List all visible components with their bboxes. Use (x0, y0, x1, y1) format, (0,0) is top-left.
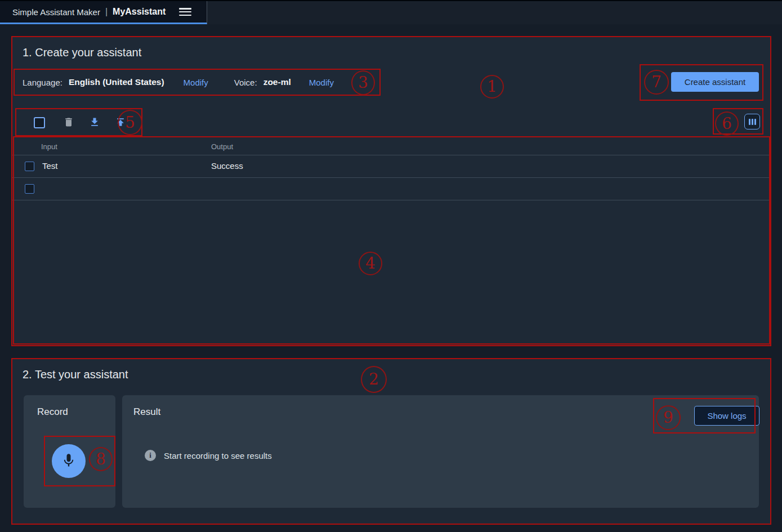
record-button[interactable] (52, 444, 86, 478)
create-assistant-button[interactable]: Create assistant (671, 72, 759, 92)
assistant-name: MyAssistant (113, 7, 166, 17)
upload-icon[interactable] (115, 117, 126, 128)
row-checkbox[interactable] (25, 184, 34, 194)
column-header-output: Output (211, 142, 233, 151)
hamburger-menu-icon[interactable] (179, 8, 191, 16)
title-separator: | (105, 7, 108, 17)
modify-voice-link[interactable]: Modify (309, 78, 334, 87)
result-empty-state: i Start recording to see results (145, 450, 272, 461)
select-all-checkbox[interactable] (34, 117, 45, 128)
columns-button[interactable] (744, 114, 760, 129)
examples-toolbar (11, 108, 771, 136)
row-checkbox[interactable] (25, 162, 34, 171)
assistant-tab[interactable]: Simple Assistant Maker | MyAssistant (0, 1, 207, 24)
record-panel-title: Record (37, 406, 68, 418)
app-screen: Simple Assistant Maker | MyAssistant 1. … (0, 0, 782, 532)
empty-state-text: Start recording to see results (164, 451, 272, 461)
download-icon[interactable] (89, 117, 100, 128)
test-assistant-section: 2. Test your assistant Record Result Sho… (11, 358, 771, 525)
language-value: English (United States) (69, 77, 164, 87)
output-cell[interactable]: Success (211, 161, 243, 171)
result-panel: Result Show logs i Start recording to se… (122, 395, 759, 508)
voice-value: zoe-ml (263, 77, 291, 87)
input-cell[interactable]: Test (42, 161, 58, 171)
result-panel-title: Result (133, 406, 160, 418)
table-row: Test Success (11, 155, 771, 178)
delete-icon[interactable] (63, 117, 74, 128)
language-label: Language: (23, 78, 62, 87)
table-row (11, 178, 771, 200)
table-header-row: Input Output (11, 138, 771, 155)
record-panel: Record (24, 395, 115, 508)
language-voice-row: Language: English (United States) Modify… (23, 69, 334, 96)
show-logs-button[interactable]: Show logs (694, 406, 759, 426)
section1-title: 1. Create your assistant (23, 46, 141, 59)
info-icon: i (145, 450, 156, 461)
section2-title: 2. Test your assistant (23, 368, 128, 381)
examples-table: Input Output Test Success (11, 138, 771, 200)
columns-icon (749, 119, 750, 125)
create-assistant-section: 1. Create your assistant Language: Engli… (11, 36, 771, 346)
voice-label: Voice: (234, 78, 257, 87)
app-title: Simple Assistant Maker (12, 7, 100, 17)
modify-language-link[interactable]: Modify (184, 78, 208, 87)
top-bar: Simple Assistant Maker | MyAssistant (0, 1, 782, 24)
column-header-input: Input (41, 142, 57, 151)
microphone-icon (61, 453, 77, 470)
